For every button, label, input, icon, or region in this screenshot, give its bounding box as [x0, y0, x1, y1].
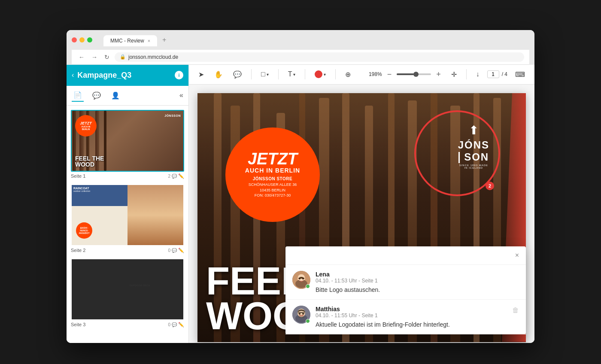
info-badge[interactable]: i [175, 71, 183, 79]
hand-tool-btn[interactable]: ✋ [212, 69, 225, 80]
delete-comment-btn[interactable]: 🗑 [512, 306, 519, 314]
active-tab[interactable]: MMC - Review × [103, 35, 157, 46]
page-nav-separator: / 4 [502, 71, 507, 77]
app-container: ‹ Kampagne_Q3 i 📄 💬 👤 « [67, 65, 534, 343]
page-3-name: Seite 3 [71, 322, 85, 327]
thumb-person-area [127, 185, 183, 245]
back-nav-btn[interactable]: ← [77, 53, 86, 61]
collapse-sidebar-icon[interactable]: « [179, 91, 183, 99]
fit-page-btn[interactable]: ✛ [449, 69, 459, 80]
thumb-orange-badge: JETZT AUCH IN BERLIN [75, 115, 97, 136]
thumb-tree-5 [104, 111, 106, 171]
forward-nav-btn[interactable]: → [90, 53, 99, 61]
thumb-jonsson-label: JÓNSSON [164, 114, 181, 117]
tool-separator-3 [305, 69, 305, 79]
lena-online-indicator [306, 284, 310, 288]
sidebar-header: ‹ Kampagne_Q3 i [67, 65, 188, 86]
tab-title: MMC - Review [110, 38, 144, 44]
lena-comment-text: Bitte Logo austauschen. [316, 286, 519, 293]
url-text: jonsson.mmccloud.de [128, 54, 178, 60]
page-thumb-1: JETZT AUCH IN BERLIN JÓNSSON FEEL THEWOO… [72, 111, 183, 171]
logo-wheat-icon: ⬆ [458, 123, 489, 137]
new-tab-btn[interactable]: + [158, 33, 170, 46]
sidebar: ‹ Kampagne_Q3 i 📄 💬 👤 « [67, 65, 189, 343]
lena-avatar-container [292, 271, 310, 289]
close-comment-panel-btn[interactable]: × [515, 252, 519, 259]
store-name-text: JÓNSSON STORE [253, 176, 292, 181]
svg-point-10 [302, 313, 304, 315]
comment-panel-header: × [285, 246, 526, 265]
tool-separator-1 [251, 69, 252, 79]
arrow-tool-btn[interactable]: ➤ [196, 69, 206, 80]
jonsson-logo-content: ⬆ JÓNS SON SINCE 1893 MADE IN ICELAND [458, 123, 489, 170]
page-down-btn[interactable]: ↓ [474, 69, 482, 80]
thumb-outdoor: OUTDOOR PACK [129, 284, 150, 287]
lena-author-name: Lena [316, 271, 519, 278]
page-1-label: Seite 1 2 💬 ✏️ [71, 173, 184, 179]
page-thumb-2: RAINCOAT outdoor collection ERÖFF-NUNGS-… [72, 185, 183, 245]
comments-icon[interactable]: 💬 [91, 90, 103, 101]
matthias-online-indicator [306, 319, 310, 323]
maximize-window-btn[interactable] [87, 37, 92, 42]
matthias-comment-body: Matthias 04.10. - 11:55 Uhr - Seite 1 Ak… [316, 306, 507, 328]
sidebar-toolbar: 📄 💬 👤 « [67, 86, 188, 106]
lock-icon: 🔒 [120, 54, 126, 60]
comment-panel: × [285, 246, 526, 334]
measure-tool-btn[interactable]: ⊕ [343, 69, 353, 80]
edit-icon-2: ✏️ [178, 248, 184, 253]
minimize-window-btn[interactable] [79, 37, 85, 42]
color-dot [315, 70, 322, 78]
text-tool-btn[interactable]: T ▾ [285, 69, 298, 80]
browser-window: MMC - Review × + ← → ↻ 🔒 jonsson.mmcclou… [67, 30, 534, 343]
matthias-comment-text: Aktuelle Logodatei ist im Briefing-Folde… [316, 321, 507, 328]
matthias-avatar-container [292, 306, 310, 324]
page-2-name: Seite 2 [71, 248, 85, 253]
tab-close-btn[interactable]: × [148, 38, 150, 43]
page-item-2[interactable]: RAINCOAT outdoor collection ERÖFF-NUNGS-… [71, 184, 184, 253]
svg-point-4 [299, 278, 300, 279]
users-icon[interactable]: 👤 [109, 90, 121, 101]
page-1-count-num: 2 [168, 174, 170, 179]
refresh-btn[interactable]: ↻ [103, 53, 111, 61]
comment-icon-3: 💬 [172, 322, 177, 327]
pages-icon[interactable]: 📄 [72, 89, 84, 102]
color-picker-btn[interactable]: ▾ [312, 69, 328, 80]
thumb-eroff-badge: ERÖFF-NUNGS-ANGEBOT [76, 222, 92, 239]
zoom-slider-fill [397, 73, 414, 75]
comment-tool-btn[interactable]: 💬 [231, 69, 244, 80]
edit-icon-3: ✏️ [178, 322, 184, 328]
address-line1: SCHÖNHAUSER ALLEE 36 [249, 182, 297, 187]
page-item-3[interactable]: WALKING BOOTS OUTDOOR PACK Seite 3 0 💬 [71, 258, 184, 328]
matthias-author-name: Matthias [316, 306, 507, 312]
zoom-out-btn[interactable]: − [385, 68, 395, 81]
page-thumb-wrapper-3: WALKING BOOTS OUTDOOR PACK [71, 258, 184, 320]
jonsson-logo-text: JÓNS SON [458, 139, 489, 164]
page-3-label: Seite 3 0 💬 ✏️ [71, 322, 184, 328]
tool-separator-4 [335, 69, 336, 79]
zoom-control: 198% − + [369, 68, 443, 81]
shape-tool-btn[interactable]: □ ▾ [258, 69, 271, 80]
matthias-comment-meta: 04.10. - 11:55 Uhr - Seite 1 [316, 312, 507, 318]
zoom-slider[interactable] [397, 73, 431, 75]
page-nav: / 4 [487, 70, 507, 78]
address-bar: ← → ↻ 🔒 jonsson.mmccloud.de [72, 50, 529, 65]
page-number-input[interactable] [487, 70, 499, 78]
campaign-title: Kampagne_Q3 [77, 71, 171, 80]
close-window-btn[interactable] [72, 37, 77, 42]
page-item-1[interactable]: JETZT AUCH IN BERLIN JÓNSSON FEEL THEWOO… [71, 110, 184, 179]
page-1-comment-count: 2 💬 ✏️ [168, 173, 184, 179]
orange-promo-badge: JETZT AUCH IN BERLIN JÓNSSON STORE SCHÖN… [225, 127, 320, 222]
comment-icon-1: 💬 [172, 174, 177, 179]
page-1-name: Seite 1 [71, 173, 85, 179]
jetzt-text: JETZT [248, 151, 297, 167]
store-address-text: SCHÖNHAUSER ALLEE 36 10435 BERLIN FON: 0… [249, 182, 297, 198]
back-arrow-btn[interactable]: ‹ [72, 71, 74, 79]
thumb-feel-text: FEEL THEWOOD [75, 155, 104, 167]
zoom-in-btn[interactable]: + [434, 68, 443, 81]
lena-comment-meta: 04.10. - 11:53 Uhr - Seite 1 [316, 278, 519, 284]
keyboard-btn[interactable]: ⌨ [513, 69, 528, 80]
app-toolbar: ➤ ✋ 💬 □ ▾ T ▾ ▾ ⊕ 198% − [189, 65, 534, 85]
tab-bar: MMC - Review × + [103, 33, 170, 46]
page-thumb-wrapper-1: JETZT AUCH IN BERLIN JÓNSSON FEEL THEWOO… [71, 110, 184, 172]
url-field[interactable]: 🔒 jonsson.mmccloud.de [115, 52, 524, 62]
